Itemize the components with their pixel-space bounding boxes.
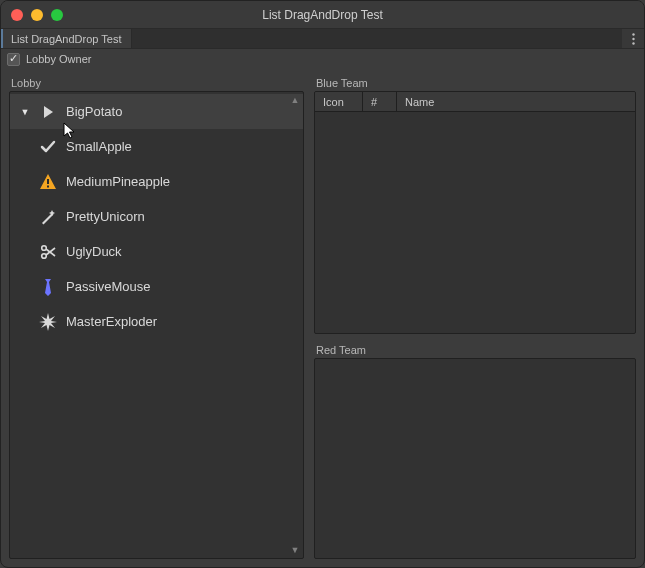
lobby-box: ▼BigPotatoSmallAppleMediumPineapplePrett… (9, 91, 304, 559)
lobby-item[interactable]: MediumPineapple (10, 164, 303, 199)
lobby-owner-label: Lobby Owner (26, 53, 91, 65)
teams-panel: Blue Team Icon # Name Red Team (314, 77, 636, 559)
lobby-item[interactable]: PassiveMouse (10, 269, 303, 304)
lobby-panel: Lobby ▼BigPotatoSmallAppleMediumPineappl… (9, 77, 304, 559)
column-hash[interactable]: # (363, 92, 397, 112)
tie-icon (38, 277, 58, 297)
lobby-item[interactable]: MasterExploder (10, 304, 303, 339)
vertical-dots-icon (632, 33, 635, 45)
disclosure-triangle-icon[interactable]: ▼ (20, 107, 30, 117)
svg-point-1 (632, 37, 634, 39)
blue-team-title: Blue Team (314, 77, 636, 91)
tab-strip-spacer (132, 29, 622, 48)
red-team-title: Red Team (314, 344, 636, 358)
burst-icon (38, 312, 58, 332)
svg-rect-4 (47, 185, 49, 187)
scroll-up-button[interactable]: ▲ (289, 94, 301, 106)
lobby-item-label: MasterExploder (66, 314, 157, 329)
window-controls (1, 9, 63, 21)
toolbar: Lobby Owner (1, 49, 644, 69)
tab-strip: List DragAndDrop Test (1, 29, 644, 49)
column-icon[interactable]: Icon (315, 92, 363, 112)
red-team-panel: Red Team (314, 344, 636, 559)
check-icon (38, 137, 58, 157)
blue-team-box[interactable]: Icon # Name (314, 91, 636, 334)
lobby-item[interactable]: SmallApple (10, 129, 303, 164)
scissors-icon (38, 242, 58, 262)
scroll-down-button[interactable]: ▼ (289, 544, 301, 556)
titlebar: List DragAndDrop Test (1, 1, 644, 29)
lobby-item-label: PassiveMouse (66, 279, 151, 294)
svg-point-2 (632, 42, 634, 44)
lobby-owner-checkbox[interactable] (7, 53, 20, 66)
column-name[interactable]: Name (397, 92, 635, 112)
lobby-item-label: PrettyUnicorn (66, 209, 145, 224)
window-title: List DragAndDrop Test (1, 8, 644, 22)
blue-team-panel: Blue Team Icon # Name (314, 77, 636, 334)
svg-rect-3 (47, 179, 49, 184)
app-window: List DragAndDrop Test List DragAndDrop T… (0, 0, 645, 568)
lobby-item-label: SmallApple (66, 139, 132, 154)
minimize-window-button[interactable] (31, 9, 43, 21)
tab-menu-button[interactable] (622, 29, 644, 48)
wand-icon (38, 207, 58, 227)
warning-icon (38, 172, 58, 192)
red-team-box[interactable] (314, 358, 636, 559)
close-window-button[interactable] (11, 9, 23, 21)
lobby-list[interactable]: ▼BigPotatoSmallAppleMediumPineapplePrett… (10, 92, 303, 339)
zoom-window-button[interactable] (51, 9, 63, 21)
svg-point-0 (632, 33, 634, 35)
play-icon (38, 102, 58, 122)
lobby-item-label: UglyDuck (66, 244, 122, 259)
tab-list-draganddrop[interactable]: List DragAndDrop Test (1, 29, 132, 48)
blue-team-header: Icon # Name (315, 92, 635, 112)
lobby-item[interactable]: ▼BigPotato (10, 94, 303, 129)
lobby-item[interactable]: PrettyUnicorn (10, 199, 303, 234)
lobby-item-label: BigPotato (66, 104, 122, 119)
tab-label: List DragAndDrop Test (11, 33, 121, 45)
lobby-item-label: MediumPineapple (66, 174, 170, 189)
lobby-title: Lobby (9, 77, 304, 91)
lobby-item[interactable]: UglyDuck (10, 234, 303, 269)
content: Lobby ▼BigPotatoSmallAppleMediumPineappl… (1, 69, 644, 567)
